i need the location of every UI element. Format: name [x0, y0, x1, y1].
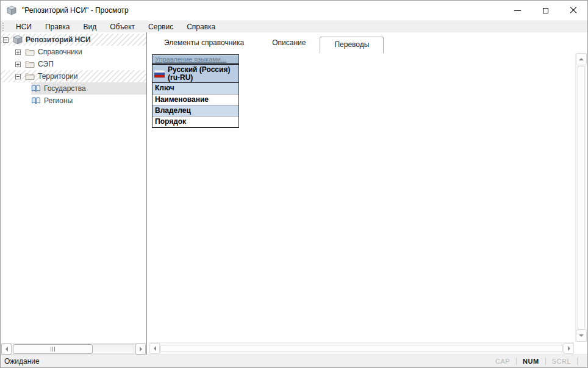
tab-description[interactable]: Описание	[258, 32, 320, 53]
arrow-right-icon	[140, 347, 142, 352]
tree-row-fill: Государства	[31, 82, 146, 95]
tree-item-label: Регионы	[44, 95, 76, 107]
folder-icon	[25, 71, 35, 81]
tree-item-label: Репозиторий НСИ	[26, 34, 95, 46]
language-label: Русский (Россия) (ru-RU)	[168, 66, 230, 82]
scrollbar-thumb[interactable]	[160, 345, 563, 352]
scroll-right-button[interactable]	[135, 344, 146, 355]
arrow-left-icon	[5, 347, 8, 352]
scrollbar-thumb-grip-icon	[51, 347, 51, 352]
horizontal-scrollbar[interactable]	[149, 342, 574, 353]
window-title: "Репозиторий НСИ" - Просмотр	[22, 6, 129, 15]
maximize-button[interactable]	[531, 1, 559, 20]
scrollbar-thumb[interactable]	[13, 344, 93, 354]
tree-item-label: Территории	[38, 70, 82, 82]
menu-nsi[interactable]: НСИ	[9, 21, 38, 33]
menu-view[interactable]: Вид	[77, 21, 104, 33]
tab-elements[interactable]: Элементы справочника	[150, 32, 258, 53]
language-column-header[interactable]: Русский (Россия) (ru-RU)	[152, 65, 238, 83]
language-name: Русский (Россия)	[168, 66, 230, 74]
num-lock-indicator: NUM	[517, 358, 545, 365]
open-book-icon	[31, 96, 41, 106]
tree-row-fill: Справочники	[25, 46, 146, 58]
menu-service[interactable]: Сервис	[142, 21, 180, 33]
scroll-right-button[interactable]	[564, 343, 574, 354]
menu-help[interactable]: Справка	[180, 21, 222, 33]
caps-lock-indicator: CAP	[489, 358, 516, 365]
collapse-minus-icon[interactable]	[15, 74, 21, 79]
tree-item-gosudarstva[interactable]: Государства	[1, 82, 146, 95]
tree-item-sep[interactable]: СЭП	[1, 58, 146, 70]
repository-package-icon	[13, 35, 23, 45]
arrow-left-icon	[154, 346, 156, 351]
minimize-icon	[514, 10, 521, 11]
close-button[interactable]	[559, 1, 587, 20]
tree-item-label: Справочники	[38, 46, 86, 58]
tree-row-fill: Территории	[25, 70, 146, 82]
app-package-icon	[7, 5, 16, 15]
table-row-key[interactable]: Ключ	[152, 83, 238, 94]
detail-panel: Элементы справочника Описание Переводы У…	[146, 32, 587, 355]
folder-icon	[25, 47, 35, 57]
tree-row-fill: Репозиторий НСИ	[13, 34, 146, 46]
tab-translations[interactable]: Переводы	[320, 37, 384, 53]
keyboard-indicators: CAP NUM SCRL	[489, 355, 587, 367]
tree-item-repository[interactable]: Репозиторий НСИ	[1, 34, 146, 46]
folder-icon	[25, 59, 35, 69]
separator	[577, 358, 578, 365]
window-controls	[503, 1, 587, 20]
scroll-lock-indicator: SCRL	[546, 358, 577, 365]
expand-plus-icon[interactable]	[15, 62, 21, 67]
table-row-order[interactable]: Порядок	[152, 116, 238, 127]
russia-flag-icon	[154, 70, 165, 78]
table-header: Управление языками...	[152, 55, 238, 65]
close-icon	[570, 7, 577, 14]
vertical-scrollbar[interactable]	[575, 53, 586, 342]
menu-object[interactable]: Объект	[103, 21, 142, 33]
menubar: НСИ Правка Вид Объект Сервис Справка	[1, 20, 587, 32]
main-area: Репозиторий НСИ Справочники	[1, 32, 587, 355]
scroll-left-button[interactable]	[149, 343, 160, 354]
tree-row-fill: Регионы	[31, 95, 146, 107]
arrow-down-icon	[579, 334, 584, 337]
manage-languages-link[interactable]: Управление языками...	[155, 56, 226, 63]
arrow-up-icon	[579, 58, 584, 60]
tree-item-label: Государства	[44, 82, 90, 95]
translations-table: Управление языками... Русский (Россия) (…	[152, 54, 239, 128]
expand-plus-icon[interactable]	[15, 49, 21, 55]
language-code: (ru-RU)	[168, 74, 230, 82]
scrollbar-thumb[interactable]	[578, 66, 585, 330]
tree-item-territorii[interactable]: Территории	[1, 70, 146, 82]
scroll-up-button[interactable]	[576, 53, 587, 65]
collapse-minus-icon[interactable]	[3, 37, 9, 43]
titlebar: "Репозиторий НСИ" - Просмотр	[1, 1, 587, 20]
tree-horizontal-scrollbar[interactable]	[1, 343, 146, 355]
scroll-left-button[interactable]	[1, 344, 12, 355]
minimize-button[interactable]	[503, 1, 531, 20]
menubar-gripper-icon	[2, 23, 4, 31]
maximize-icon	[543, 8, 548, 13]
tree-item-regiony[interactable]: Регионы	[1, 95, 146, 107]
arrow-right-icon	[568, 346, 570, 351]
tree-item-spravochniki[interactable]: Справочники	[1, 46, 146, 58]
repository-tree: Репозиторий НСИ Справочники	[1, 34, 146, 343]
open-book-icon	[31, 84, 41, 93]
translations-tabpage: Управление языками... Русский (Россия) (…	[147, 53, 587, 355]
scrollbar-track[interactable]	[93, 344, 134, 354]
table-row-name[interactable]: Наименование	[152, 94, 238, 105]
tree-item-label: СЭП	[38, 58, 57, 70]
app-window: "Репозиторий НСИ" - Просмотр НСИ Правка …	[0, 0, 588, 368]
table-row-owner[interactable]: Владелец	[152, 105, 238, 116]
tabstrip: Элементы справочника Описание Переводы	[147, 32, 587, 53]
status-message: Ожидание	[1, 357, 40, 366]
statusbar: Ожидание CAP NUM SCRL	[1, 355, 587, 367]
menu-edit[interactable]: Правка	[38, 21, 77, 33]
tree-panel: Репозиторий НСИ Справочники	[1, 32, 146, 355]
scroll-down-button[interactable]	[576, 330, 587, 342]
tree-row-fill: СЭП	[25, 58, 146, 70]
